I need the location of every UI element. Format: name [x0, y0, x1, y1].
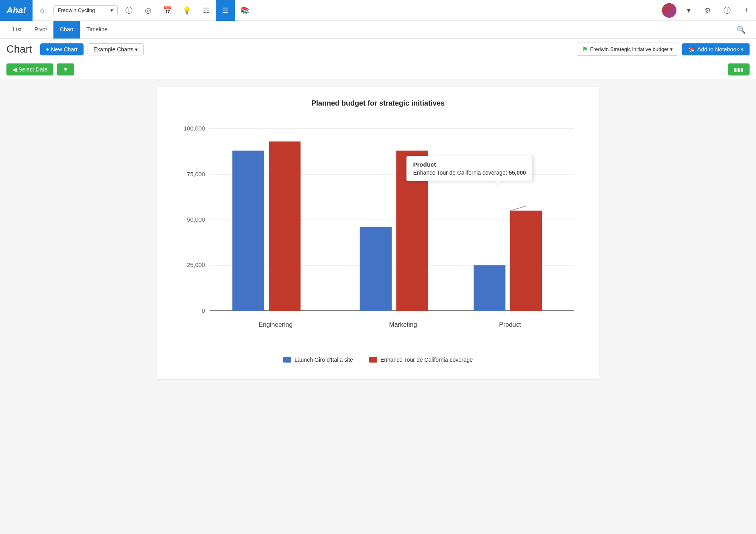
list-view-icon[interactable]: ☰	[216, 0, 235, 21]
toolbar-right: ⚑ Fredwin Strategic initiative budget ▾ …	[577, 43, 750, 56]
example-charts-button[interactable]: Example Charts ▾	[88, 43, 144, 55]
help-icon[interactable]: ⓘ	[717, 0, 737, 21]
toolbar2-right: ▮▮▮	[728, 63, 750, 75]
tab-pivot[interactable]: Pivot	[28, 21, 53, 39]
target-icon[interactable]: ◎	[139, 0, 158, 21]
svg-text:Marketing: Marketing	[389, 321, 417, 328]
avatar-container[interactable]	[660, 0, 679, 21]
filter-icon: ▼	[63, 66, 68, 73]
bookmark-icon: ⚑	[582, 45, 588, 53]
svg-text:50,000: 50,000	[187, 216, 205, 223]
svg-text:25,000: 25,000	[187, 262, 205, 268]
chart-container: Planned budget for strategic initiatives…	[157, 87, 599, 379]
new-chart-button[interactable]: + New Chart	[40, 43, 84, 55]
avatar	[662, 3, 676, 18]
app-logo[interactable]: Aha!	[0, 0, 33, 21]
bar-engineering-series2[interactable]	[269, 141, 300, 311]
sub-nav: List Pivot Chart Timeline 🔍	[0, 21, 756, 39]
bar-product-series1[interactable]	[474, 265, 505, 311]
svg-text:Product: Product	[499, 321, 521, 328]
page-title: Chart	[6, 43, 32, 55]
tab-chart[interactable]: Chart	[53, 21, 80, 39]
calendar-icon[interactable]: 📅	[158, 0, 177, 21]
bar-engineering-series1[interactable]	[232, 151, 264, 311]
top-nav: Aha! ⌂ Fredwin Cycling ▾ ⓘ ◎ 📅 💡 ☷ ☰ 📚 ▾…	[0, 0, 756, 21]
bar-marketing-series1[interactable]	[360, 227, 392, 311]
legend-swatch-1	[283, 357, 291, 363]
info-icon[interactable]: ⓘ	[119, 0, 139, 21]
legend-item-2: Enhance Tour de California coverage	[369, 357, 473, 363]
svg-line-13	[510, 206, 526, 210]
dropdown-caret-icon[interactable]: ▾	[679, 0, 698, 21]
chart-legend: Launch Giro d'Italia site Enhance Tour d…	[173, 357, 583, 363]
bar-product-series2[interactable]	[510, 211, 542, 311]
add-icon[interactable]: +	[737, 0, 756, 21]
bulb-icon[interactable]: 💡	[177, 0, 196, 21]
bar-marketing-series2[interactable]	[396, 151, 428, 311]
filter-button[interactable]: ▼	[57, 63, 74, 75]
svg-text:Engineering: Engineering	[259, 321, 293, 328]
workspace-indicator[interactable]: ⚑ Fredwin Strategic initiative budget ▾	[577, 43, 678, 56]
home-icon[interactable]: ⌂	[33, 0, 52, 21]
bar-chart-icon-button[interactable]: ▮▮▮	[728, 63, 750, 75]
settings-icon[interactable]: ⚙	[698, 0, 717, 21]
svg-text:0: 0	[202, 308, 205, 314]
workspace-selector[interactable]: Fredwin Cycling ▾	[53, 5, 118, 15]
chart-area: 100,000 75,000 50,000 25,000 0 Engineeri…	[173, 120, 583, 349]
legend-item-1: Launch Giro d'Italia site	[283, 357, 353, 363]
tab-timeline[interactable]: Timeline	[80, 21, 114, 39]
legend-swatch-2	[369, 357, 377, 363]
legend-label-1: Launch Giro d'Italia site	[294, 357, 353, 363]
avatar-image	[662, 3, 676, 18]
bar-chart-svg: 100,000 75,000 50,000 25,000 0 Engineeri…	[173, 120, 583, 347]
notebook-icon[interactable]: 📚	[235, 0, 254, 21]
search-icon[interactable]: 🔍	[733, 25, 750, 34]
legend-label-2: Enhance Tour de California coverage	[380, 357, 473, 363]
add-to-notebook-button[interactable]: 📚 Add to Notebook ▾	[682, 43, 750, 55]
secondary-toolbar: ◀ Select Data ▼ ▮▮▮	[0, 60, 756, 79]
nav-right: ▾ ⚙ ⓘ +	[660, 0, 756, 21]
select-data-button[interactable]: ◀ Select Data	[6, 63, 53, 75]
svg-text:75,000: 75,000	[187, 171, 205, 177]
bar-chart-icon: ▮▮▮	[734, 66, 744, 73]
notebook-icon-btn: 📚	[688, 46, 695, 53]
svg-text:100,000: 100,000	[184, 125, 205, 132]
grid-icon[interactable]: ☷	[196, 0, 216, 21]
main-toolbar: Chart + New Chart Example Charts ▾ ⚑ Fre…	[0, 39, 756, 60]
tab-list[interactable]: List	[6, 21, 28, 39]
main-content: Planned budget for strategic initiatives…	[0, 79, 756, 534]
chart-title: Planned budget for strategic initiatives	[173, 99, 583, 108]
